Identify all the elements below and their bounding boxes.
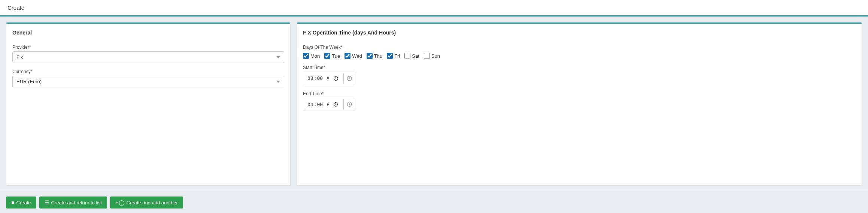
provider-select[interactable]: Fix Dynamic (12, 51, 284, 63)
day-checkbox-tue[interactable] (324, 53, 330, 59)
create-return-icon: ☰ (45, 200, 49, 206)
end-time-label: End Time* (303, 91, 856, 96)
footer-bar: ■ Create ☰ Create and return to list +◯ … (0, 192, 868, 213)
start-time-clock-icon[interactable] (343, 73, 355, 84)
create-label: Create (16, 200, 31, 206)
start-time-section: Start Time* (303, 65, 856, 85)
create-return-label: Create and return to list (51, 200, 102, 206)
day-label-sun: Sun (431, 53, 440, 59)
day-checkbox-sun[interactable] (424, 53, 430, 59)
create-another-icon: +◯ (115, 200, 124, 206)
day-item-sat: Sat (404, 53, 419, 59)
end-time-clock-icon[interactable] (343, 99, 355, 110)
main-content: General Provider* Fix Dynamic Currency* … (0, 16, 868, 192)
start-time-label: Start Time* (303, 65, 856, 70)
end-time-section: End Time* (303, 91, 856, 111)
create-return-button[interactable]: ☰ Create and return to list (39, 196, 107, 208)
end-time-wrapper (303, 98, 355, 111)
day-label-sat: Sat (412, 53, 419, 59)
start-time-input[interactable] (303, 72, 343, 85)
day-item-tue: Tue (324, 53, 340, 59)
day-item-sun: Sun (424, 53, 440, 59)
day-checkbox-mon[interactable] (303, 53, 309, 59)
day-item-wed: Wed (345, 53, 362, 59)
create-icon: ■ (11, 200, 14, 206)
day-item-fri: Fri (387, 53, 400, 59)
provider-group: Provider* Fix Dynamic (12, 45, 284, 63)
days-section: Days Of The Week* Mon Tue Wed Thu (303, 45, 856, 59)
create-another-button[interactable]: +◯ Create and add another (110, 196, 183, 208)
day-checkbox-wed[interactable] (345, 53, 350, 59)
day-label-thu: Thu (374, 53, 382, 59)
day-item-mon: Mon (303, 53, 320, 59)
days-row: Mon Tue Wed Thu Fri (303, 53, 856, 59)
general-panel: General Provider* Fix Dynamic Currency* … (6, 22, 291, 186)
currency-group: Currency* EUR (Euro) USD (US Dollar) GBP… (12, 69, 284, 87)
days-label: Days Of The Week* (303, 45, 856, 50)
general-panel-title: General (12, 30, 284, 39)
day-label-fri: Fri (394, 53, 400, 59)
create-another-label: Create and add another (127, 200, 178, 206)
day-checkbox-sat[interactable] (404, 53, 410, 59)
page-title: Create (7, 4, 24, 11)
day-checkbox-fri[interactable] (387, 53, 393, 59)
start-time-wrapper (303, 72, 355, 85)
page-header: Create (0, 0, 868, 16)
fx-operation-panel: F X Operation Time (days And Hours) Days… (297, 22, 862, 186)
end-time-input[interactable] (303, 98, 343, 111)
fx-panel-title: F X Operation Time (days And Hours) (303, 30, 856, 39)
day-label-tue: Tue (332, 53, 340, 59)
create-button[interactable]: ■ Create (6, 196, 36, 208)
day-label-wed: Wed (352, 53, 362, 59)
day-item-thu: Thu (367, 53, 382, 59)
provider-label: Provider* (12, 45, 284, 50)
day-checkbox-thu[interactable] (367, 53, 373, 59)
currency-select[interactable]: EUR (Euro) USD (US Dollar) GBP (British … (12, 76, 284, 87)
day-label-mon: Mon (310, 53, 320, 59)
currency-label: Currency* (12, 69, 284, 74)
